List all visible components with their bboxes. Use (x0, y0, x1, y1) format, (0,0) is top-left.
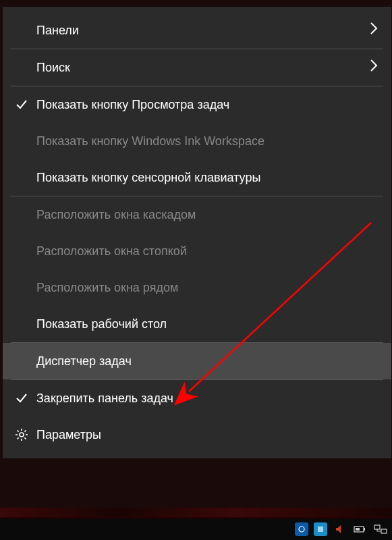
menu-label: Показать кнопку Просмотра задач (32, 98, 378, 112)
menu-item-settings[interactable]: Параметры (3, 416, 391, 453)
menu-label: Расположить окна стопкой (32, 244, 378, 259)
check-icon (11, 392, 32, 405)
menu-label: Расположить окна рядом (32, 281, 378, 295)
svg-line-8 (24, 431, 26, 432)
menu-label: Панели (32, 24, 370, 38)
menu-label: Параметры (32, 428, 378, 442)
chevron-right-icon (370, 59, 378, 76)
menu-label: Показать кнопку сенсорной клавиатуры (32, 171, 378, 185)
svg-line-5 (18, 431, 19, 432)
menu-label: Показать кнопку Windows Ink Workspace (32, 134, 378, 148)
taskbar (0, 517, 392, 540)
svg-line-7 (18, 437, 19, 439)
tray-icon-volume[interactable] (333, 522, 347, 537)
chevron-right-icon (370, 22, 378, 39)
svg-point-0 (20, 433, 24, 437)
menu-item-lock-taskbar[interactable]: Закрепить панель задач (3, 380, 391, 416)
menu-item-panels[interactable]: Панели (3, 12, 391, 49)
svg-rect-16 (381, 529, 387, 533)
svg-rect-11 (318, 526, 323, 532)
menu-item-show-taskview[interactable]: Показать кнопку Просмотра задач (3, 86, 391, 123)
tray-icon-battery[interactable] (353, 522, 368, 537)
tray-icon-app2[interactable] (314, 522, 327, 536)
menu-label: Расположить окна каскадом (32, 208, 378, 222)
menu-item-stacked[interactable]: Расположить окна стопкой (3, 233, 391, 269)
gear-icon (11, 428, 32, 441)
desktop-background (0, 508, 392, 517)
menu-label: Показать рабочий стол (32, 317, 378, 331)
svg-rect-15 (374, 525, 380, 529)
svg-rect-13 (364, 528, 365, 531)
svg-point-10 (299, 526, 304, 532)
menu-item-search[interactable]: Поиск (3, 49, 391, 86)
check-icon (11, 98, 32, 111)
tray-icon-app1[interactable] (295, 522, 308, 536)
svg-rect-14 (356, 528, 360, 531)
svg-line-6 (24, 437, 26, 439)
menu-item-show-desktop[interactable]: Показать рабочий стол (3, 306, 391, 342)
menu-item-ink-workspace[interactable]: Показать кнопку Windows Ink Workspace (3, 123, 391, 159)
menu-item-cascade[interactable]: Расположить окна каскадом (3, 196, 391, 233)
menu-item-task-manager[interactable]: Диспетчер задач (3, 343, 391, 379)
tray-icon-network[interactable] (373, 522, 388, 537)
taskbar-context-menu: Панели Поиск Показать кнопку Просмотра з… (3, 7, 391, 458)
menu-item-touch-keyboard[interactable]: Показать кнопку сенсорной клавиатуры (3, 159, 391, 196)
menu-item-sidebyside[interactable]: Расположить окна рядом (3, 269, 391, 306)
menu-label: Закрепить панель задач (32, 392, 378, 406)
menu-label: Поиск (32, 61, 370, 75)
menu-label: Диспетчер задач (32, 354, 378, 369)
